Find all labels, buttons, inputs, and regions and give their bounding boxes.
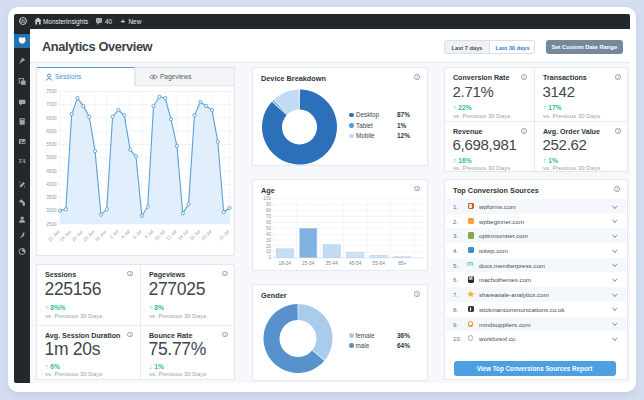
svg-text:65+: 65+	[398, 260, 406, 265]
svg-text:TA: TA	[18, 156, 26, 163]
svg-text:25-34: 25-34	[302, 260, 315, 265]
svg-text:5500: 5500	[46, 142, 57, 147]
svg-text:0: 0	[268, 255, 271, 260]
svg-text:7000: 7000	[46, 102, 57, 107]
svg-text:18-24: 18-24	[279, 260, 292, 265]
svg-text:26 Jun: 26 Jun	[71, 228, 85, 242]
svg-text:10 Jul: 10 Jul	[154, 229, 166, 241]
svg-text:30 Jun: 30 Jun	[94, 228, 108, 242]
svg-text:4 Jul: 4 Jul	[120, 229, 131, 240]
svg-text:70: 70	[266, 214, 272, 219]
svg-text:35-44: 35-44	[326, 260, 339, 265]
svg-text:22 Jun: 22 Jun	[47, 228, 61, 242]
svg-text:10: 10	[266, 249, 272, 254]
svg-text:80: 80	[266, 208, 272, 213]
svg-text:90: 90	[266, 202, 272, 207]
svg-text:5000: 5000	[46, 155, 57, 160]
svg-text:50: 50	[266, 225, 272, 230]
svg-text:55-64: 55-64	[373, 260, 386, 265]
svg-text:4500: 4500	[46, 168, 57, 173]
svg-text:2 Jul: 2 Jul	[109, 229, 120, 240]
svg-text:45-54: 45-54	[349, 260, 362, 265]
svg-text:20: 20	[266, 243, 272, 248]
svg-text:24 Jun: 24 Jun	[59, 228, 73, 242]
svg-text:2500: 2500	[46, 221, 57, 226]
svg-text:18 Jul: 18 Jul	[200, 229, 212, 241]
svg-text:6000: 6000	[46, 128, 57, 133]
svg-text:6 Jul: 6 Jul	[132, 229, 143, 240]
svg-text:12 Jul: 12 Jul	[165, 229, 177, 241]
svg-text:16 Jul: 16 Jul	[189, 229, 201, 241]
svg-text:7500: 7500	[46, 89, 57, 94]
svg-text:30: 30	[266, 237, 272, 242]
svg-text:60: 60	[266, 219, 272, 224]
svg-text:4000: 4000	[46, 181, 57, 186]
svg-text:3500: 3500	[46, 195, 57, 200]
svg-text:14 Jul: 14 Jul	[177, 229, 189, 241]
svg-text:21 Jul: 21 Jul	[218, 229, 230, 241]
svg-text:3000: 3000	[46, 208, 57, 213]
svg-text:6500: 6500	[46, 115, 57, 120]
svg-text:40: 40	[266, 231, 272, 236]
svg-text:100: 100	[263, 196, 271, 201]
svg-text:28 Jun: 28 Jun	[82, 228, 96, 242]
